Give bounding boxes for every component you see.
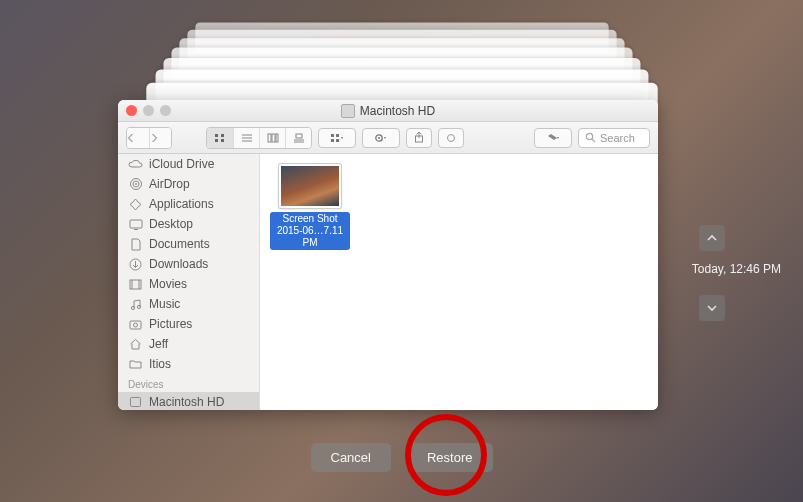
minimize-icon[interactable] (143, 105, 154, 116)
svg-point-35 (134, 323, 138, 327)
timeline-up-button[interactable] (699, 225, 725, 251)
sidebar-item-documents[interactable]: Documents (118, 234, 259, 254)
svg-rect-14 (336, 134, 339, 137)
timeline-timestamp: Today, 12:46 PM (692, 262, 781, 276)
sidebar-item-label: Downloads (149, 257, 208, 271)
svg-rect-13 (331, 134, 334, 137)
titlebar: Macintosh HD (118, 100, 658, 122)
tags-button[interactable] (438, 128, 464, 148)
movies-icon (128, 277, 143, 291)
home-icon (128, 337, 143, 351)
coverflow-view-button[interactable] (285, 128, 311, 148)
finder-window: Macintosh HD (118, 100, 658, 410)
restore-button[interactable]: Restore (407, 443, 493, 472)
sidebar-item-downloads[interactable]: Downloads (118, 254, 259, 274)
sidebar-item-label: Documents (149, 237, 210, 251)
icon-view-button[interactable] (207, 128, 233, 148)
svg-rect-7 (268, 134, 271, 142)
column-view-button[interactable] (259, 128, 285, 148)
close-icon[interactable] (126, 105, 137, 116)
svg-rect-10 (296, 134, 302, 138)
svg-point-21 (586, 133, 592, 139)
window-title: Macintosh HD (360, 104, 435, 118)
forward-button[interactable] (149, 128, 171, 148)
sidebar-section-devices: Devices (118, 374, 259, 392)
sidebar-item-label: iCloud Drive (149, 157, 214, 171)
arrange-button[interactable] (318, 128, 356, 148)
svg-rect-9 (276, 134, 278, 142)
file-thumbnail (279, 164, 341, 208)
file-name: Screen Shot 2015-06…7.11 PM (270, 212, 350, 250)
sidebar-item-label: Itios (149, 357, 171, 371)
sidebar-item-applications[interactable]: Applications (118, 194, 259, 214)
action-button[interactable] (362, 128, 400, 148)
music-icon (128, 297, 143, 311)
sidebar-item-movies[interactable]: Movies (118, 274, 259, 294)
dropbox-button[interactable] (534, 128, 572, 148)
cloud-icon (128, 157, 143, 171)
search-placeholder: Search (600, 132, 635, 144)
svg-rect-0 (215, 134, 218, 137)
svg-rect-15 (331, 139, 334, 142)
pictures-icon (128, 317, 143, 331)
timeline-down-button[interactable] (699, 295, 725, 321)
svg-point-20 (448, 134, 455, 141)
svg-rect-26 (130, 220, 142, 228)
airdrop-icon (128, 177, 143, 191)
nav-buttons (126, 127, 172, 149)
sidebar-item-itios[interactable]: Itios (118, 354, 259, 374)
svg-rect-16 (336, 139, 339, 142)
sidebar-item-icloud[interactable]: iCloud Drive (118, 154, 259, 174)
sidebar-item-label: Applications (149, 197, 214, 211)
share-button[interactable] (406, 128, 432, 148)
sidebar-item-label: Pictures (149, 317, 192, 331)
sidebar-item-jeff[interactable]: Jeff (118, 334, 259, 354)
desktop-icon (128, 217, 143, 231)
svg-rect-2 (215, 139, 218, 142)
svg-point-32 (131, 306, 134, 309)
svg-rect-1 (221, 134, 224, 137)
apps-icon (128, 197, 143, 211)
sidebar-item-airdrop[interactable]: AirDrop (118, 174, 259, 194)
action-bar: Cancel Restore (311, 443, 493, 472)
sidebar-item-label: AirDrop (149, 177, 190, 191)
hard-drive-icon (341, 104, 355, 118)
zoom-icon[interactable] (160, 105, 171, 116)
documents-icon (128, 237, 143, 251)
svg-point-18 (378, 137, 380, 139)
downloads-icon (128, 257, 143, 271)
sidebar-item-label: Jeff (149, 337, 168, 351)
toolbar: Search (118, 122, 658, 154)
sidebar-item-pictures[interactable]: Pictures (118, 314, 259, 334)
svg-rect-36 (131, 398, 141, 407)
svg-point-25 (135, 183, 137, 185)
sidebar-item-macintosh-hd[interactable]: Macintosh HD (118, 392, 259, 410)
content-area[interactable]: Screen Shot 2015-06…7.11 PM (260, 154, 658, 410)
list-view-button[interactable] (233, 128, 259, 148)
sidebar: iCloud Drive AirDrop Applications Deskto… (118, 154, 260, 410)
folder-icon (128, 357, 143, 371)
sidebar-item-label: Music (149, 297, 180, 311)
sidebar-item-label: Macintosh HD (149, 395, 224, 409)
svg-rect-8 (272, 134, 275, 142)
svg-point-33 (137, 305, 140, 308)
search-icon (585, 132, 596, 143)
file-item[interactable]: Screen Shot 2015-06…7.11 PM (270, 164, 350, 250)
window-controls (126, 105, 171, 116)
view-mode-segment (206, 127, 312, 149)
sidebar-item-label: Desktop (149, 217, 193, 231)
svg-rect-3 (221, 139, 224, 142)
svg-rect-34 (130, 321, 141, 329)
sidebar-item-music[interactable]: Music (118, 294, 259, 314)
sidebar-item-label: Movies (149, 277, 187, 291)
disk-icon (128, 395, 143, 409)
cancel-button[interactable]: Cancel (311, 443, 391, 472)
back-button[interactable] (127, 128, 149, 148)
search-input[interactable]: Search (578, 128, 650, 148)
svg-line-22 (592, 139, 595, 142)
sidebar-item-desktop[interactable]: Desktop (118, 214, 259, 234)
